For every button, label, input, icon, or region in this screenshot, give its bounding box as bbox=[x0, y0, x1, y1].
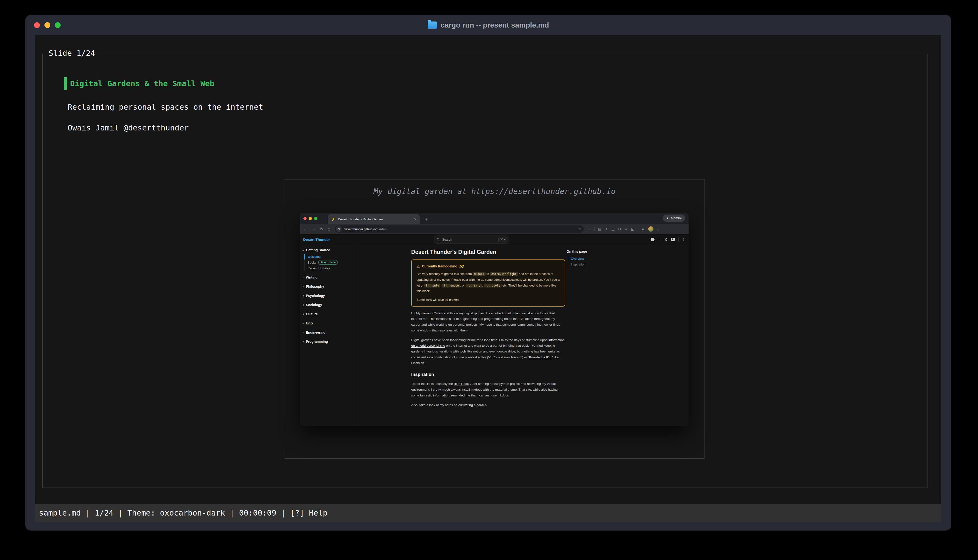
slide-counter: Slide 1/24 bbox=[45, 48, 98, 58]
chevron-right-icon bbox=[302, 331, 304, 333]
site-sidebar: Getting Started Welcome Books Start Here bbox=[300, 245, 357, 426]
download-icon[interactable]: ↧ bbox=[605, 227, 608, 231]
site-main-content: Desert Thunder's Digital Garden ⚠ Curren… bbox=[411, 245, 565, 426]
browser-tabstrip: ⚡ Desert Thunder's Digital Garden × + ✦ … bbox=[300, 213, 688, 224]
toolbar-icon-cluster: ⊡ ▤ ↧ ◫ ⊟ <> ◱ ≣ ⋮ bbox=[588, 227, 661, 232]
theme-toggle-moon-icon[interactable]: ☾ bbox=[682, 237, 685, 241]
code-icon[interactable]: <> bbox=[625, 228, 627, 231]
terminal-window: cargo run -- present sample.md Slide 1/2… bbox=[25, 15, 951, 530]
site-search-input[interactable]: Search ⌘ K bbox=[434, 235, 509, 243]
gemini-sparkle-icon: ✦ bbox=[666, 217, 669, 220]
inline-link[interactable]: Knowledge IDE bbox=[529, 355, 551, 359]
chevron-right-icon bbox=[302, 276, 304, 278]
linkedin-icon[interactable]: in bbox=[671, 238, 675, 241]
slide-heading-row: Digital Gardens & the Small Web bbox=[64, 77, 214, 90]
chevron-down-icon bbox=[302, 249, 304, 251]
browser-zoom-button[interactable] bbox=[314, 217, 317, 220]
status-bar-text: sample.md | 1/24 | Theme: oxocarbon-dark… bbox=[39, 508, 327, 517]
sidebar-group: Welcome Books Start Here Recent Updates bbox=[305, 254, 356, 271]
toc-title: On this page bbox=[566, 250, 688, 253]
tab-close-icon[interactable]: × bbox=[414, 217, 417, 221]
toc-list: Overview Inspiration bbox=[568, 256, 688, 267]
heading-accent-bar bbox=[64, 77, 67, 90]
sidebar-item-welcome[interactable]: Welcome bbox=[305, 254, 356, 260]
home-icon[interactable]: ⌂ bbox=[328, 227, 330, 231]
address-bar[interactable]: ⚙ desertthunder.github.io/garden/ ☆ bbox=[335, 225, 584, 233]
chevron-right-icon bbox=[302, 285, 304, 288]
browser-minimize-button[interactable] bbox=[309, 217, 312, 220]
intro-paragraph: Hi! My name is Owais and this is my digi… bbox=[411, 310, 565, 333]
inline-link[interactable]: cultivating bbox=[458, 403, 473, 407]
bluesky-butterfly-icon[interactable]: ⋈ bbox=[664, 238, 668, 241]
chevron-right-icon bbox=[302, 340, 304, 343]
warning-icon: ⚠ bbox=[417, 263, 420, 270]
toc-item-inspiration[interactable]: Inspiration bbox=[568, 262, 688, 267]
image-caption: My digital garden at https://desertthund… bbox=[285, 187, 704, 196]
chevron-right-icon bbox=[302, 304, 304, 306]
sidebar-section-culture[interactable]: Culture bbox=[302, 311, 356, 317]
sidebar-section-psychology[interactable]: Psychology bbox=[302, 293, 356, 298]
site-body: Getting Started Welcome Books Start Here bbox=[300, 245, 688, 426]
start-here-badge: Start Here bbox=[318, 260, 338, 265]
gemini-button[interactable]: ✦ Gemini bbox=[663, 215, 685, 222]
toc-item-overview[interactable]: Overview bbox=[568, 256, 688, 262]
remodeling-callout: ⚠ Currently Remodeling I've very recentl… bbox=[411, 260, 565, 307]
reload-icon[interactable]: ↻ bbox=[320, 227, 323, 231]
toolbar-separator bbox=[638, 227, 638, 231]
tab-favicon-lightning-icon: ⚡ bbox=[331, 217, 336, 221]
browser-traffic-lights bbox=[303, 213, 317, 224]
github-icon[interactable] bbox=[651, 238, 655, 241]
gardens-paragraph: Digital gardens have been fascinating fo… bbox=[411, 337, 565, 366]
page-title: Desert Thunder's Digital Garden bbox=[411, 249, 565, 255]
sidebar-section-engineering[interactable]: Engineering bbox=[302, 330, 356, 335]
folder-icon bbox=[428, 22, 437, 29]
site-brand[interactable]: Desert Thunder bbox=[303, 237, 330, 242]
inline-link[interactable]: Blue Book bbox=[454, 382, 469, 385]
sidebar-section-philosophy[interactable]: Philosophy bbox=[302, 283, 356, 289]
sidebar-section-sociology[interactable]: Sociology bbox=[302, 302, 356, 308]
slide-subtitle: Reclaiming personal spaces on the intern… bbox=[68, 102, 263, 112]
sidebar-section-writing[interactable]: Writing bbox=[302, 275, 356, 280]
site-settings-icon[interactable]: ⚙ bbox=[336, 226, 342, 232]
social-arch-icon[interactable]: ∩ bbox=[658, 237, 661, 241]
back-icon[interactable]: ← bbox=[303, 227, 307, 231]
sidebar-section-unix[interactable]: Unix bbox=[302, 320, 356, 326]
sidebar-section-getting-started[interactable]: Getting Started bbox=[302, 247, 356, 253]
sidebar-item-recent-updates[interactable]: Recent Updates bbox=[305, 265, 356, 271]
menu-dots-icon[interactable]: ⋮ bbox=[657, 227, 661, 231]
callout-paragraph: Some links will also be broken. bbox=[417, 297, 560, 303]
inspect-icon[interactable]: ◱ bbox=[631, 227, 634, 231]
inline-link[interactable]: information on an odd personal site bbox=[411, 338, 565, 348]
reading-list-icon[interactable]: ▤ bbox=[598, 227, 601, 231]
browser-screenshot: ⚡ Desert Thunder's Digital Garden × + ✦ … bbox=[300, 213, 688, 426]
callout-paragraph: I've very recently migrated this site fr… bbox=[417, 271, 560, 294]
extensions-icon[interactable]: ⊡ bbox=[588, 227, 591, 231]
devices-icon[interactable]: ⊟ bbox=[618, 227, 621, 231]
tab-groups-icon[interactable]: ≣ bbox=[642, 227, 645, 231]
book-icon[interactable]: ◫ bbox=[611, 227, 615, 231]
browser-close-button[interactable] bbox=[303, 217, 307, 220]
forward-icon[interactable]: → bbox=[312, 227, 316, 231]
slide-heading: Digital Gardens & the Small Web bbox=[70, 79, 214, 88]
search-shortcut-badge: ⌘ K bbox=[498, 237, 507, 242]
site-header-icons: ∩ ⋈ in ☾ bbox=[651, 237, 685, 242]
chevron-right-icon bbox=[302, 322, 304, 325]
bookmark-star-icon[interactable]: ☆ bbox=[578, 227, 581, 231]
browser-tab[interactable]: ⚡ Desert Thunder's Digital Garden × bbox=[328, 214, 420, 224]
gemini-label: Gemini bbox=[671, 216, 681, 220]
sidebar-item-books[interactable]: Books Start Here bbox=[305, 260, 356, 265]
browser-toolbar: ← → ↻ ⌂ ⚙ desertthunder.github.io/garden… bbox=[300, 224, 688, 234]
new-tab-button[interactable]: + bbox=[425, 217, 428, 222]
window-title-text: cargo run -- present sample.md bbox=[441, 21, 549, 29]
window-title: cargo run -- present sample.md bbox=[25, 15, 951, 35]
profile-avatar[interactable] bbox=[648, 227, 653, 232]
inspiration-heading: Inspiration bbox=[411, 372, 565, 377]
tab-title: Desert Thunder's Digital Garden bbox=[338, 217, 383, 221]
sidebar-section-programming[interactable]: Programming bbox=[302, 339, 356, 345]
terminal-content: Slide 1/24 Digital Gardens & the Small W… bbox=[35, 35, 941, 522]
site-header: Desert Thunder Search ⌘ K ∩ ⋈ in bbox=[300, 234, 688, 245]
status-bar: sample.md | 1/24 | Theme: oxocarbon-dark… bbox=[35, 504, 941, 522]
toolbar-separator bbox=[594, 227, 595, 231]
on-this-page-toc: On this page Overview Inspiration bbox=[566, 245, 688, 426]
slide-image-panel: My digital garden at https://desertthund… bbox=[285, 179, 705, 459]
